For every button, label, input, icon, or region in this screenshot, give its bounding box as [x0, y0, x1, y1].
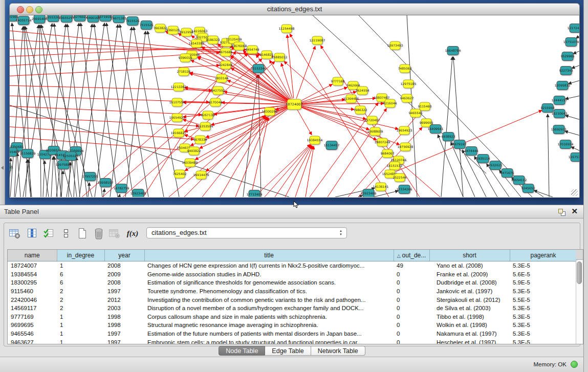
graph-node[interactable]: 16648784: [445, 47, 461, 55]
graph-node[interactable]: 20153346: [251, 64, 267, 73]
graph-node[interactable]: 16409541: [428, 125, 444, 134]
graph-node[interactable]: 12444157: [552, 96, 568, 105]
graph-node[interactable]: 9493822: [187, 147, 201, 155]
column-header-title[interactable]: title: [144, 250, 394, 261]
graph-node[interactable]: 9474444: [465, 147, 478, 156]
graph-node[interactable]: 16210643: [552, 110, 568, 118]
table-settings-icon[interactable]: [8, 227, 21, 240]
table-cell[interactable]: 5.3E-5: [510, 338, 577, 344]
graph-node[interactable]: 9245652: [521, 184, 535, 193]
graph-node[interactable]: 12095832: [555, 81, 571, 90]
close-panel-icon[interactable]: ✕: [571, 207, 578, 216]
table-cell[interactable]: 1: [57, 321, 104, 330]
graph-node[interactable]: 15720407: [364, 116, 380, 124]
table-cell[interactable]: 5.3E-5: [510, 330, 577, 338]
graph-node[interactable]: 7663822: [154, 24, 167, 32]
table-panel-header[interactable]: Table Panel ✕: [0, 205, 584, 218]
graph-node[interactable]: 6216044: [383, 99, 397, 107]
new-file-icon[interactable]: [76, 227, 89, 240]
graph-node[interactable]: 6679197: [453, 140, 467, 149]
table-cell[interactable]: Jankovic et al. (1997): [429, 287, 510, 296]
import-table-icon[interactable]: [108, 227, 121, 240]
graph-node[interactable]: 2718126: [177, 68, 191, 76]
graph-node[interactable]: 9115460: [418, 102, 432, 111]
table-cell[interactable]: 5.3E-5: [510, 287, 577, 296]
table-cell[interactable]: Tibbo et al. (1998): [429, 313, 510, 321]
graph-node[interactable]: 14055714: [16, 16, 32, 25]
table-cell[interactable]: 9463627: [8, 338, 57, 344]
collapse-left-arrow-icon[interactable]: [1, 166, 4, 170]
table-cell[interactable]: Estimation of significance thresholds fo…: [144, 278, 394, 287]
table-cell[interactable]: Investigating the contribution of common…: [144, 295, 394, 304]
graph-node[interactable]: 16914479: [193, 171, 209, 179]
table-cell[interactable]: Tourette syndrome. Phenomenology and cla…: [144, 287, 394, 296]
tab-node-table[interactable]: Node Table: [219, 346, 265, 356]
table-cell[interactable]: 19384554: [8, 270, 57, 279]
tab-network-table[interactable]: Network Table: [311, 346, 365, 356]
table-cell[interactable]: 22420046: [8, 295, 57, 304]
table-cell[interactable]: 5.3E-5: [510, 261, 577, 270]
graph-node[interactable]: 7986322: [354, 106, 367, 114]
table-cell[interactable]: Estimation of the future numbers of pati…: [144, 330, 394, 338]
graph-node[interactable]: 7625402: [173, 170, 187, 178]
table-row[interactable]: 2242004622012Investigating the contribut…: [8, 295, 577, 304]
graph-node[interactable]: 10688609: [367, 127, 383, 136]
table-cell[interactable]: Franke et al. (2009): [429, 270, 510, 279]
graph-node[interactable]: 18724007: [286, 99, 302, 110]
table-cell[interactable]: 5.3E-5: [510, 313, 577, 321]
table-cell[interactable]: 2012: [104, 295, 144, 304]
table-cell[interactable]: Embryonic stem cells: a model to study s…: [144, 338, 394, 344]
table-cell[interactable]: 2008: [104, 278, 144, 287]
table-cell[interactable]: Yano et al. (2008): [429, 261, 510, 270]
table-cell[interactable]: Stergiakouli et al. (2012): [429, 295, 510, 304]
table-row[interactable]: 1456911722003Disruption of a novel membe…: [8, 304, 577, 313]
graph-node[interactable]: 2522544: [393, 173, 407, 182]
graph-node[interactable]: 18300295: [262, 107, 278, 116]
graph-node[interactable]: 10975887: [56, 161, 72, 169]
table-cell[interactable]: 9465546: [8, 330, 57, 338]
graph-node[interactable]: 12923466: [361, 189, 377, 198]
table-cell[interactable]: 0: [394, 338, 429, 344]
graph-node[interactable]: 2935114: [476, 155, 490, 163]
table-selector-dropdown[interactable]: citations_edges.txt ▲▼: [146, 227, 347, 238]
graph-node[interactable]: 17016504: [558, 140, 574, 149]
graph-node[interactable]: 8267130: [201, 111, 215, 119]
graph-node[interactable]: 7632621: [489, 161, 503, 170]
graph-node[interactable]: 6938923: [442, 133, 455, 141]
table-cell[interactable]: 6: [57, 278, 104, 287]
table-cell[interactable]: 1997: [104, 338, 144, 344]
graph-node[interactable]: 15885012: [272, 53, 288, 61]
table-cell[interactable]: Dudbridge et al. (2008): [429, 278, 510, 287]
table-cell[interactable]: 14569117: [8, 304, 57, 313]
graph-node[interactable]: 15276022: [72, 15, 88, 21]
graph-node[interactable]: 7515526: [140, 21, 154, 30]
table-row[interactable]: 946362711997Embryonic stem cells: a mode…: [8, 338, 577, 344]
table-cell[interactable]: 2: [57, 304, 104, 313]
table-vertical-scrollbar[interactable]: [576, 250, 583, 344]
table-cell[interactable]: 5.3E-5: [510, 321, 577, 330]
left-panel-divider[interactable]: [0, 0, 5, 205]
table-cell[interactable]: 1: [57, 261, 104, 270]
graph-node[interactable]: 8186323: [206, 36, 220, 44]
graph-node[interactable]: 16107554: [169, 98, 185, 106]
graph-node[interactable]: 8471676: [500, 169, 514, 178]
table-cell[interactable]: 0: [394, 321, 429, 330]
table-cell[interactable]: 0: [394, 295, 429, 304]
graph-node[interactable]: 5678334: [193, 136, 207, 144]
close-window-button[interactable]: [17, 6, 24, 13]
graph-node[interactable]: 9227343: [559, 67, 573, 75]
citation-network-graph[interactable]: 5401564140557142069140610553267106552571…: [10, 15, 579, 197]
graph-node[interactable]: 9684067: [381, 149, 395, 158]
table-cell[interactable]: Nakamura et al. (1997): [429, 330, 510, 338]
row-pair-icon[interactable]: [59, 227, 73, 240]
table-cell[interactable]: 5.5E-5: [510, 295, 577, 304]
table-cell[interactable]: 18300295: [8, 278, 57, 287]
graph-node[interactable]: 16353594: [198, 122, 213, 130]
table-cell[interactable]: 2: [57, 287, 104, 296]
table-cell[interactable]: Wolkin et al. (1998): [429, 321, 510, 330]
graph-node[interactable]: 21364486: [343, 95, 359, 103]
graph-node[interactable]: 9360125: [166, 26, 180, 34]
graph-node[interactable]: 17957255: [82, 172, 98, 181]
graph-node[interactable]: 12975185: [401, 80, 417, 88]
table-row[interactable]: 977716911998Corpus callosum shape and si…: [8, 313, 577, 321]
